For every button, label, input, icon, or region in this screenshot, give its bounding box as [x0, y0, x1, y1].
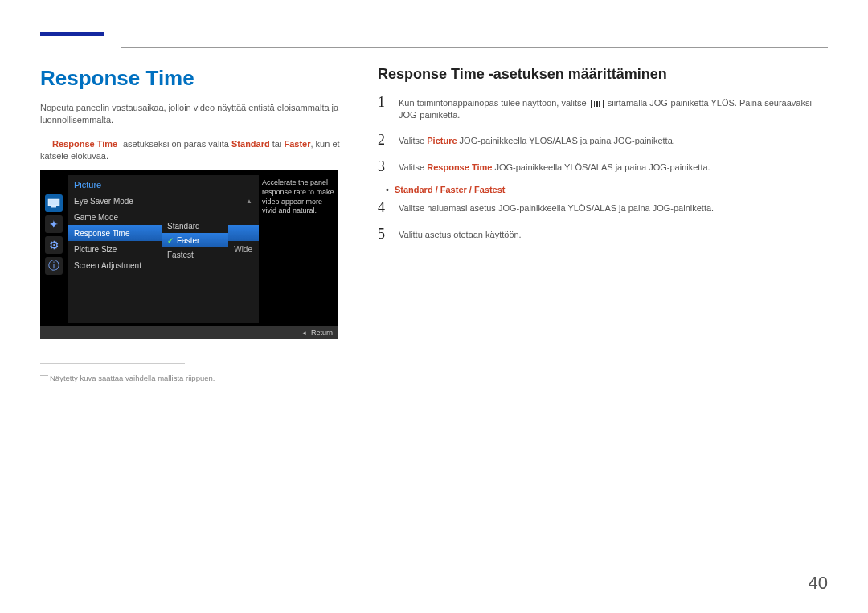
- settings-icon: ✦: [45, 215, 63, 233]
- check-icon: ✓: [167, 236, 174, 245]
- menu-icon: [591, 100, 604, 108]
- header-accent-bar: [40, 32, 104, 36]
- header-rule: [121, 47, 828, 48]
- option-fastest: Fastest: [474, 185, 506, 194]
- section-title: Response Time: [40, 66, 354, 91]
- dash-icon: ―: [40, 370, 48, 379]
- step-number: 2: [378, 132, 389, 149]
- osd-sub-fastest: Fastest: [162, 247, 228, 262]
- osd-sub-faster: ✓Faster: [162, 233, 228, 247]
- options-list: • Standard / Faster / Fastest: [378, 185, 828, 194]
- osd-value-wide: Wide: [234, 245, 252, 254]
- footnote-text: ―Näytetty kuva saattaa vaihdella mallist…: [40, 370, 354, 382]
- dash-icon: ―: [40, 136, 48, 145]
- step-number: 3: [378, 158, 389, 175]
- sep: /: [433, 185, 440, 194]
- step-4: 4 Valitse haluamasi asetus JOG-painikkee…: [378, 199, 828, 216]
- note-text-1: -asetukseksi on paras valita: [117, 138, 231, 148]
- note-paragraph: ― Response Time -asetukseksi on paras va…: [40, 135, 354, 162]
- step-2: 2 Valitse Picture JOG-painikkeella YLÖS/…: [378, 132, 828, 149]
- page-number: 40: [809, 573, 828, 594]
- osd-item-eyesaver: Eye Saver Mode▲: [68, 193, 259, 209]
- step-number: 4: [378, 199, 389, 216]
- osd-screenshot: ✦ ⚙ ⓘ Picture Eye Saver Mode▲ Game Mode …: [40, 170, 338, 339]
- option-faster: Faster: [440, 185, 467, 194]
- monitor-icon: [45, 194, 63, 212]
- bullet-icon: •: [386, 185, 389, 194]
- sep: /: [467, 185, 474, 194]
- info-icon: ⓘ: [45, 257, 63, 275]
- hl-picture: Picture: [427, 136, 457, 145]
- step-text: Valitse Picture JOG-painikkeella YLÖS/AL…: [399, 132, 675, 147]
- step-text: Kun toimintonäppäinopas tulee näyttöön, …: [399, 94, 828, 122]
- step-text: Valittu asetus otetaan käyttöön.: [399, 226, 522, 241]
- osd-menu-title: Picture: [68, 175, 259, 193]
- step-number: 5: [378, 226, 389, 243]
- step-3: 3 Valitse Response Time JOG-painikkeella…: [378, 158, 828, 175]
- note-text-2: tai: [270, 138, 285, 148]
- arrow-up-icon: ▲: [246, 198, 252, 205]
- step-number: 1: [378, 94, 389, 111]
- option-standard: Standard: [395, 185, 433, 194]
- hl-responsetime: Response Time: [427, 162, 492, 172]
- osd-footer: ◂ Return: [40, 326, 338, 339]
- note-hl-standard: Standard: [231, 138, 270, 148]
- osd-return-label: Return: [311, 329, 333, 337]
- osd-sub-standard: Standard: [162, 219, 228, 233]
- note-hl-responsetime: Response Time: [52, 138, 117, 148]
- svg-rect-1: [51, 206, 56, 208]
- svg-rect-0: [48, 199, 59, 206]
- osd-description: Accelerate the panel response rate to ma…: [262, 175, 334, 216]
- intro-paragraph: Nopeuta paneelin vastausaikaa, jolloin v…: [40, 102, 354, 127]
- step-text: Valitse Response Time JOG-painikkeella Y…: [399, 158, 710, 174]
- osd-submenu: Standard ✓Faster Fastest: [162, 219, 228, 262]
- step-1: 1 Kun toimintonäppäinopas tulee näyttöön…: [378, 94, 828, 122]
- footnote-divider: [40, 363, 185, 364]
- caret-left-icon: ◂: [302, 329, 306, 337]
- subsection-title: Response Time -asetuksen määrittäminen: [378, 66, 828, 83]
- step-text: Valitse haluamasi asetus JOG-painikkeell…: [399, 199, 714, 215]
- note-hl-faster: Faster: [284, 138, 310, 148]
- gear-icon: ⚙: [45, 236, 63, 254]
- step-5: 5 Valittu asetus otetaan käyttöön.: [378, 226, 828, 243]
